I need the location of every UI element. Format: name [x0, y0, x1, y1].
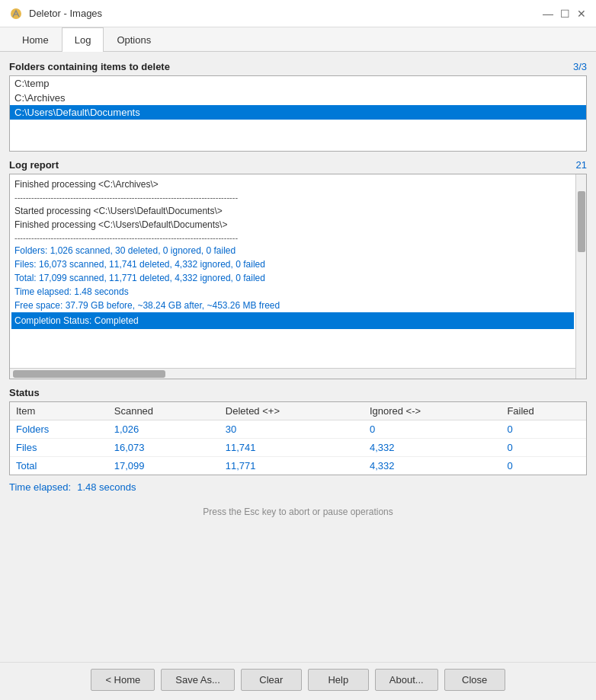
about-button[interactable]: About... — [375, 669, 438, 691]
col-item: Item — [10, 402, 108, 420]
folders-section: Folders containing items to delete 3/3 C… — [9, 61, 587, 152]
row2-failed: 0 — [501, 457, 586, 475]
vertical-scrollbar[interactable] — [575, 174, 586, 379]
app-title: Deletor - Images — [29, 8, 102, 19]
maximize-button[interactable]: ☐ — [559, 8, 570, 19]
time-elapsed-label: Time elapsed: — [9, 481, 71, 493]
table-row: Total 17,099 11,771 4,332 0 — [10, 457, 586, 475]
status-header: Status — [9, 387, 587, 398]
status-section: Status Item Scanned Deleted <+> Ignored … — [9, 387, 587, 496]
table-row: Folders 1,026 30 0 0 — [10, 420, 586, 439]
row1-ignored: 4,332 — [364, 439, 501, 457]
log-line-4: ----------------------------------------… — [14, 232, 571, 245]
folder-item-1[interactable]: C:\Archives — [10, 91, 586, 105]
table-head: Item Scanned Deleted <+> Ignored <-> Fai… — [10, 402, 586, 420]
log-line-2: Started processing <C:\Users\Default\Doc… — [14, 204, 571, 218]
log-line-10: Completion Status: Completed — [11, 312, 574, 329]
hscroll-thumb[interactable] — [13, 370, 165, 378]
title-bar-left: Deletor - Images — [9, 7, 102, 21]
button-bar: < Home Save As... Clear Help About... Cl… — [0, 662, 596, 700]
close-window-button[interactable]: ✕ — [576, 8, 587, 19]
folder-item-0[interactable]: C:\temp — [10, 76, 586, 91]
folders-count: 3/3 — [573, 61, 587, 72]
col-scanned: Scanned — [108, 402, 219, 420]
table-row: Files 16,073 11,741 4,332 0 — [10, 439, 586, 457]
row0-failed: 0 — [501, 420, 586, 439]
row0-ignored: 0 — [364, 420, 501, 439]
log-header: Log report 21 — [9, 159, 587, 171]
window-controls: — ☐ ✕ — [543, 8, 587, 19]
row0-deleted: 30 — [219, 420, 364, 439]
folders-title: Folders containing items to delete — [9, 61, 170, 72]
folders-header: Folders containing items to delete 3/3 — [9, 61, 587, 72]
log-line-7: Total: 17,099 scanned, 11,771 deleted, 4… — [14, 271, 571, 285]
log-line-6: Files: 16,073 scanned, 11,741 deleted, 4… — [14, 257, 571, 271]
log-line-1: ----------------------------------------… — [14, 191, 571, 204]
log-line-0: Finished processing <C:\Archives\> — [14, 177, 571, 191]
row0-scanned: 1,026 — [108, 420, 219, 439]
log-line-8: Time elapsed: 1.48 seconds — [14, 285, 571, 299]
time-elapsed-value: 1.48 seconds — [77, 481, 136, 493]
row1-failed: 0 — [501, 439, 586, 457]
tab-log[interactable]: Log — [62, 27, 104, 52]
folders-list[interactable]: C:\temp C:\Archives C:\Users\Default\Doc… — [9, 75, 587, 152]
col-failed: Failed — [501, 402, 586, 420]
tab-home[interactable]: Home — [9, 27, 62, 52]
vscroll-thumb[interactable] — [578, 191, 585, 252]
esc-hint: Press the Esc key to abort or pause oper… — [9, 503, 587, 520]
minimize-button[interactable]: — — [543, 8, 553, 19]
tab-options[interactable]: Options — [104, 27, 164, 52]
row1-item: Files — [10, 439, 108, 457]
row2-scanned: 17,099 — [108, 457, 219, 475]
save-as-button[interactable]: Save As... — [161, 669, 235, 691]
help-button[interactable]: Help — [308, 669, 369, 691]
status-table: Item Scanned Deleted <+> Ignored <-> Fai… — [10, 402, 586, 475]
log-title: Log report — [9, 159, 59, 171]
row1-deleted: 11,741 — [219, 439, 364, 457]
main-content: Folders containing items to delete 3/3 C… — [0, 52, 596, 662]
nav-tabs: Home Log Options — [0, 27, 596, 52]
log-content[interactable]: Finished processing <C:\Archives\> -----… — [10, 174, 575, 368]
clear-button[interactable]: Clear — [241, 669, 302, 691]
close-button[interactable]: Close — [444, 669, 505, 691]
row2-deleted: 11,771 — [219, 457, 364, 475]
log-line-3: Finished processing <C:\Users\Default\Do… — [14, 218, 571, 232]
log-line-5: Folders: 1,026 scanned, 30 deleted, 0 ig… — [14, 244, 571, 257]
folder-item-2[interactable]: C:\Users\Default\Documents — [10, 105, 586, 120]
log-count: 21 — [576, 159, 587, 171]
status-table-container: Item Scanned Deleted <+> Ignored <-> Fai… — [9, 401, 587, 475]
table-body: Folders 1,026 30 0 0 Files 16,073 11,741… — [10, 420, 586, 475]
row2-ignored: 4,332 — [364, 457, 501, 475]
col-deleted: Deleted <+> — [219, 402, 364, 420]
app-icon — [9, 7, 23, 21]
title-bar: Deletor - Images — ☐ ✕ — [0, 0, 596, 27]
status-title: Status — [9, 387, 40, 398]
row1-scanned: 16,073 — [108, 439, 219, 457]
time-elapsed-row: Time elapsed: 1.48 seconds — [9, 475, 587, 496]
table-header-row: Item Scanned Deleted <+> Ignored <-> Fai… — [10, 402, 586, 420]
row2-item: Total — [10, 457, 108, 475]
log-wrapper: Finished processing <C:\Archives\> -----… — [9, 174, 587, 379]
home-button[interactable]: < Home — [91, 669, 155, 691]
row0-item: Folders — [10, 420, 108, 439]
horizontal-scrollbar[interactable] — [10, 368, 575, 379]
log-inner: Finished processing <C:\Archives\> -----… — [10, 174, 575, 379]
log-section: Log report 21 Finished processing <C:\Ar… — [9, 159, 587, 379]
col-ignored: Ignored <-> — [364, 402, 501, 420]
log-line-9: Free space: 37.79 GB before, ~38.24 GB a… — [14, 299, 571, 312]
